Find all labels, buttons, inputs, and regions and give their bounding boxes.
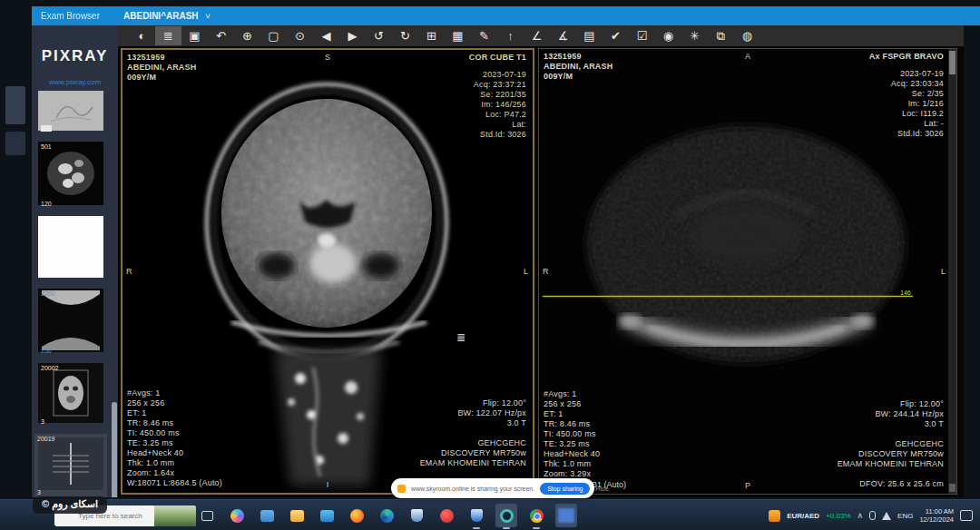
line-annotation-icon[interactable]: ✎	[471, 26, 497, 45]
acquisition-time: Acq: 23:37:21	[469, 80, 526, 90]
zoom-in-icon[interactable]: ⊕	[234, 26, 260, 45]
arrow-annotation-icon[interactable]: ↑	[497, 26, 524, 45]
rotate-ccw-icon[interactable]: ↺	[366, 26, 392, 45]
right-patient-info: 13251959 ABEDINI, ARASH 009Y/M	[544, 52, 612, 82]
export-icon[interactable]: ⧉	[708, 26, 734, 45]
check-circle-icon[interactable]: ✔	[603, 26, 629, 45]
search-highlight-image[interactable]	[154, 505, 196, 526]
thumbnail-image-count: 3	[37, 489, 41, 496]
background-window-fragment	[5, 132, 25, 155]
zoom-factor: Zoom: 1.64x	[127, 468, 222, 478]
viewport-scrollbar[interactable]	[948, 49, 956, 494]
orientation-marker-anterior: A	[745, 52, 750, 61]
series-thumbnail-scout[interactable]	[38, 91, 103, 134]
zoom-box-icon[interactable]: ▢	[260, 26, 287, 45]
series-thumbnail-2200[interactable]: 2200 256	[38, 289, 103, 356]
series-thumbnail-20002[interactable]: 20002 3	[38, 363, 103, 427]
slice-location: Loc: I119.2	[869, 109, 944, 119]
flip-horizontal-icon[interactable]: ◀	[313, 26, 339, 45]
store-icon[interactable]	[316, 504, 338, 527]
series-thumbnail-blank[interactable]	[38, 216, 103, 281]
ticker-symbol[interactable]: EUR/AED	[787, 512, 819, 520]
series-thumbnail-501[interactable]: 501 120	[38, 142, 103, 209]
notification-center-icon[interactable]	[960, 510, 973, 521]
thumbnail-badge	[41, 125, 52, 132]
left-series-info: COR CUBE T1 2023-07-19 Acq: 23:37:21 Se:…	[469, 53, 526, 140]
image-number: Im: 146/256	[469, 100, 526, 110]
shield-icon[interactable]	[406, 504, 427, 527]
series-thumbnail-20019[interactable]: 20019 3	[34, 434, 107, 497]
copilot-icon[interactable]	[226, 504, 248, 527]
contrast-icon[interactable]: ◐	[129, 26, 155, 45]
pin-icon[interactable]: ◉	[655, 26, 681, 45]
tray-chevron-icon[interactable]: ∧	[858, 511, 864, 520]
ti: TI: 450.00 ms	[544, 429, 600, 439]
sidebar-scrollbar[interactable]	[112, 402, 117, 497]
series-description: Ax FSPGR BRAVO	[869, 52, 944, 62]
viewport-axial[interactable]: 146 13251959 ABEDINI, ARASH 009Y/M Ax FS…	[538, 48, 957, 495]
hide-notification-button[interactable]: Hide	[595, 486, 608, 492]
checkbox-icon[interactable]: ☑	[629, 26, 655, 45]
invert-icon[interactable]: ▣	[181, 26, 208, 45]
series-number: Se: 2201/35	[469, 90, 526, 100]
exam-browser-tab[interactable]: Exam Browser	[41, 11, 100, 21]
scrollbar-down-button[interactable]	[949, 484, 956, 492]
layout-tiles-icon[interactable]: ▦	[445, 26, 471, 45]
defender-icon[interactable]	[466, 504, 487, 527]
file-explorer-icon[interactable]	[286, 504, 308, 527]
angle-icon[interactable]: ∠	[524, 26, 550, 45]
study-date: 2023-07-19	[469, 70, 526, 80]
pixray-logo: PIXRAY	[32, 47, 118, 65]
angle-points-icon[interactable]: ∡	[550, 26, 576, 45]
layers-icon[interactable]: ≣	[155, 26, 181, 45]
scanner-model: DISCOVERY MR750w	[420, 448, 526, 458]
patient-tab[interactable]: ABEDINI^ARASH ˅	[123, 11, 211, 21]
flip-vertical-icon[interactable]: ▶	[339, 26, 366, 45]
active-window-thumbnail[interactable]	[555, 504, 577, 527]
orientation-marker-right: R	[126, 267, 132, 276]
vendor: GEHCGEHC	[838, 439, 944, 449]
skyroom-icon[interactable]	[495, 504, 517, 527]
patient-id: 13251959	[127, 53, 196, 63]
firefox-icon[interactable]	[346, 504, 368, 527]
right-scanner-info: Flip: 12.00° BW: 244.14 Hz/px 3.0 T GEHC…	[838, 399, 944, 489]
stop-sharing-button[interactable]: Stop sharing	[540, 483, 590, 495]
microphone-icon[interactable]	[869, 511, 876, 520]
dfov: DFOV: 25.6 x 25.6 cm	[838, 479, 944, 489]
clock[interactable]: 11:00 AM 12/12/2024	[919, 507, 954, 524]
globe-icon[interactable]: ◍	[734, 26, 760, 45]
study-id: Std.Id: 3026	[869, 129, 944, 139]
chevron-down-icon[interactable]: ˅	[206, 12, 211, 21]
red-app-icon[interactable]	[436, 504, 457, 527]
chrome-icon[interactable]	[525, 504, 547, 527]
settings-icon[interactable]: ✳	[681, 26, 708, 45]
pixray-website-link[interactable]: www.pixray.com	[32, 78, 118, 86]
patient-age-sex: 009Y/M	[544, 72, 612, 82]
edge-icon[interactable]	[376, 504, 397, 527]
ticker-icon[interactable]	[769, 510, 780, 522]
network-icon[interactable]	[882, 512, 891, 520]
coil: Head+Neck 40	[127, 448, 222, 458]
magnify-icon[interactable]: ⊙	[287, 26, 313, 45]
viewport-coronal[interactable]: 13251959 ABEDINI, ARASH 009Y/M COR CUBE …	[121, 48, 534, 495]
stack-scroll-cursor-icon: ≣	[456, 331, 466, 344]
rotate-cw-icon[interactable]: ↻	[392, 26, 418, 45]
cross-reference-label: 146	[900, 290, 911, 296]
layout-grid-icon[interactable]: ⊞	[418, 26, 445, 45]
share-message: www.skyroom.online is sharing your scree…	[411, 486, 534, 492]
thumbnail-image-count: 120	[41, 201, 52, 207]
orientation-marker-left: L	[524, 267, 528, 276]
folder-icon[interactable]	[256, 504, 278, 527]
institution: EMAM KHOMEINI TEHRAN	[420, 458, 526, 468]
gradient-thumbnail-image	[38, 289, 103, 352]
browser-title-bar: Exam Browser ABEDINI^ARASH ˅	[32, 6, 980, 25]
patient-name: ABEDINI, ARASH	[544, 62, 612, 72]
windows-taskbar: Type here to search اسکای روم © EUR/AED …	[0, 499, 980, 530]
cross-reference-line[interactable]	[543, 296, 913, 297]
skyroom-watermark: اسکای روم ©	[33, 496, 107, 514]
language-indicator[interactable]: ENG	[897, 512, 913, 520]
task-view-icon[interactable]	[196, 504, 218, 527]
scrollbar-thumb[interactable]	[949, 51, 956, 74]
undo-icon[interactable]: ↶	[208, 26, 234, 45]
histogram-icon[interactable]: ▤	[576, 26, 603, 45]
